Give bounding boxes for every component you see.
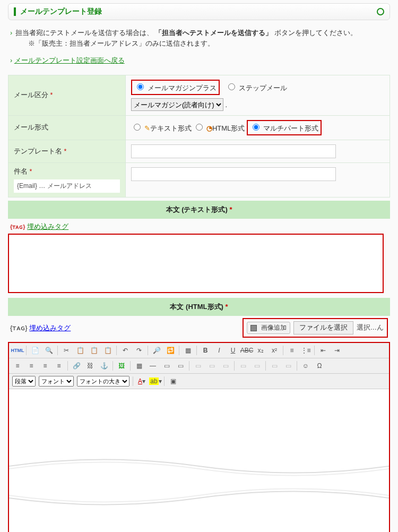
editor-content-area[interactable] — [9, 389, 389, 532]
image-icon — [250, 325, 257, 331]
note-bold: 「担当者へテストメールを送信する」 — [155, 29, 272, 37]
omega-icon[interactable]: Ω — [314, 361, 325, 371]
html-editor: HTML 📄 🔍 ✂ 📋 📋 📋 ↶ ↷ 🔎 🔁 ▦ B I U ABC x₂ … — [8, 342, 390, 532]
outdent-icon[interactable]: ⇤ — [318, 345, 328, 356]
radio-step-mail[interactable]: ステップメール — [226, 84, 287, 92]
link-icon[interactable]: 🔗 — [71, 361, 82, 371]
anchor-icon[interactable]: ⚓ — [99, 361, 109, 371]
note-text: 担当者宛にテストメールを送信する場合は、 — [15, 29, 153, 37]
source-button[interactable]: HTML — [12, 345, 23, 356]
merge-icon[interactable]: ▭ — [238, 361, 248, 371]
embed-tag-link-html[interactable]: 埋め込みタグ — [29, 324, 71, 332]
radio-text-format[interactable]: ✎テキスト形式 — [131, 124, 192, 132]
undo-icon[interactable]: ↶ — [120, 345, 131, 356]
sup-icon[interactable]: x² — [269, 345, 280, 356]
radio-magazine-plus[interactable]: メールマガジンプラス — [134, 84, 217, 92]
preview-icon[interactable]: 🔍 — [44, 345, 54, 356]
ins-col-icon[interactable]: ▭ — [206, 361, 217, 371]
del-row-icon[interactable]: ▭ — [220, 361, 231, 371]
unlink-icon[interactable]: ⛓ — [85, 361, 96, 371]
image-add-button[interactable]: 画像追加 — [247, 322, 290, 334]
align-justify-icon[interactable]: ≡ — [54, 361, 64, 371]
label-mail-format: メール形式 — [14, 124, 48, 131]
back-link-row: › メールテンプレート設定画面へ戻る — [10, 56, 390, 65]
label-subject: 件名 — [14, 168, 28, 175]
textcolor-icon[interactable]: A▾ — [136, 376, 147, 387]
row-subject: 件名 * {Email} … メールアドレス — [8, 163, 390, 198]
chevron-right-icon: › — [10, 29, 12, 37]
smiley-icon[interactable]: ☺ — [300, 361, 311, 371]
tag-icon: {ᴛᴀɢ} — [10, 224, 25, 230]
copy-icon[interactable]: 📋 — [75, 345, 85, 356]
label-template-name: テンプレート名 — [14, 148, 62, 155]
split-icon[interactable]: ▭ — [252, 361, 262, 371]
select-magazine-type[interactable]: メールマガジン(読者向け) — [131, 98, 223, 111]
select-font[interactable]: フォント — [39, 376, 74, 387]
note-sub: ※「販売主：担当者メールアドレス」のみに送信されます。 — [28, 38, 390, 49]
ins-row-icon[interactable]: ▭ — [193, 361, 203, 371]
tag-icon: {ᴛᴀɢ} — [10, 324, 28, 332]
back-link[interactable]: メールテンプレート設定画面へ戻る — [14, 57, 125, 64]
note-text2: ボタンを押してください。 — [274, 29, 357, 37]
new-icon[interactable]: 📄 — [30, 345, 40, 356]
file-selected-label: 選択…ん — [357, 323, 384, 332]
editor-toolbar-row3: 段落 フォント フォントの大き A▾ ab▾ ▣ — [9, 374, 389, 389]
bold-icon[interactable]: B — [200, 345, 211, 356]
paste-icon[interactable]: 📋 — [89, 345, 99, 356]
sub-icon[interactable]: x₂ — [255, 345, 266, 356]
replace-icon[interactable]: 🔁 — [165, 345, 176, 356]
form-table: メール区分 * メールマガジンプラス ステップメール メールマガジン(読者向け)… — [8, 75, 390, 198]
instruction-note: › 担当者宛にテストメールを送信する場合は、 「担当者へテストメールを送信する」… — [10, 28, 390, 49]
bgcolor-icon[interactable]: ab▾ — [150, 376, 161, 387]
fullscreen-icon[interactable]: ▣ — [168, 376, 178, 387]
select-fontsize[interactable]: フォントの大き — [77, 376, 129, 387]
image-add-group: 画像追加 ファイルを選択 選択…ん — [243, 318, 388, 338]
ul-icon[interactable]: ⋮≡ — [300, 345, 311, 356]
select-paragraph[interactable]: 段落 — [12, 376, 36, 387]
page-title: メールテンプレート登録 — [20, 7, 102, 15]
align-left-icon[interactable]: ≡ — [12, 361, 23, 371]
subject-hint: {Email} … メールアドレス — [14, 179, 120, 193]
radio-html-format[interactable]: ◔HTML形式 — [193, 124, 245, 132]
label-mail-kubun: メール区分 — [14, 91, 48, 99]
row-mail-kubun: メール区分 * メールマガジンプラス ステップメール メールマガジン(読者向け)… — [8, 75, 390, 116]
insert-icon[interactable]: ▭ — [175, 361, 186, 371]
align-right-icon[interactable]: ≡ — [40, 361, 50, 371]
cell-icon[interactable]: ▭ — [269, 361, 280, 371]
row-template-name: テンプレート名 * — [8, 140, 390, 163]
align-center-icon[interactable]: ≡ — [26, 361, 37, 371]
page-header: メールテンプレート登録 — [8, 3, 390, 20]
hr-icon[interactable]: — — [148, 361, 158, 371]
editor-toolbar-row2: ≡ ≡ ≡ ≡ 🔗 ⛓ ⚓ 🖼 ▦ — ▭ ▭ ▭ ▭ ▭ ▭ ▭ ▭ ▭ — [9, 358, 389, 374]
collapse-icon[interactable] — [377, 8, 384, 15]
table-icon[interactable]: ▦ — [134, 361, 144, 371]
paste-text-icon[interactable]: 📋 — [102, 345, 113, 356]
indent-icon[interactable]: ⇥ — [332, 345, 342, 356]
textarea-body-text[interactable] — [8, 234, 384, 293]
embed-tag-link[interactable]: 埋め込みタグ — [27, 222, 68, 230]
input-subject[interactable] — [131, 167, 336, 181]
special-icon[interactable]: ▭ — [161, 361, 172, 371]
section-text-body: 本文 (テキスト形式) * — [8, 201, 390, 219]
find-icon[interactable]: 🔎 — [151, 345, 162, 356]
redo-icon[interactable]: ↷ — [134, 345, 144, 356]
file-select-button[interactable]: ファイルを選択 — [293, 321, 353, 334]
ol-icon[interactable]: ≡ — [287, 345, 297, 356]
selectall-icon[interactable]: ▦ — [183, 345, 193, 356]
cell2-icon[interactable]: ▭ — [283, 361, 293, 371]
underline-icon[interactable]: U — [228, 345, 238, 356]
row-mail-format: メール形式 ✎テキスト形式 ◔HTML形式 マルチパート形式 — [8, 116, 390, 140]
embed-tag-text: {ᴛᴀɢ} 埋め込みタグ — [8, 219, 390, 234]
strike-icon[interactable]: ABC — [241, 345, 252, 356]
input-template-name[interactable] — [131, 144, 336, 158]
editor-toolbar-row1: HTML 📄 🔍 ✂ 📋 📋 📋 ↶ ↷ 🔎 🔁 ▦ B I U ABC x₂ … — [9, 343, 389, 358]
cut-icon[interactable]: ✂ — [61, 345, 72, 356]
radio-multipart-format[interactable]: マルチパート形式 — [250, 124, 318, 132]
image-icon[interactable]: 🖼 — [116, 361, 127, 371]
section-html-body: 本文 (HTML形式) * — [8, 298, 390, 316]
italic-icon[interactable]: I — [214, 345, 224, 356]
